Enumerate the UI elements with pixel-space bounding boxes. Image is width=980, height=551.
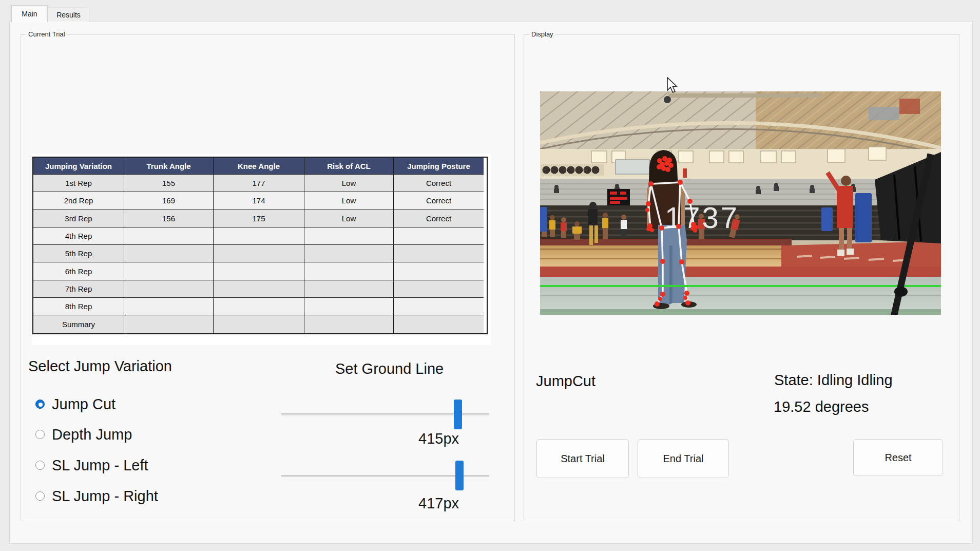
current-trial-group-label: Current Trial bbox=[26, 30, 67, 38]
table-cell bbox=[394, 315, 484, 333]
radio-option-jump-cut[interactable]: Jump Cut bbox=[35, 396, 116, 412]
table-cell bbox=[124, 262, 214, 280]
table-cell bbox=[124, 298, 214, 315]
table-cell: 8th Rep bbox=[33, 298, 124, 315]
video-frame: 1737 bbox=[540, 91, 941, 315]
radio-option-sl-jump-left[interactable]: SL Jump - Left bbox=[35, 458, 148, 473]
radio-label: Depth Jump bbox=[52, 426, 132, 443]
table-cell: 169 bbox=[124, 192, 214, 210]
table-cell bbox=[394, 227, 484, 245]
application-window: Main Results Current Trial Jumping Varia… bbox=[0, 0, 980, 551]
select-jump-variation-heading: Select Jump Variation bbox=[28, 358, 172, 375]
table-cell: 155 bbox=[124, 175, 214, 192]
radio-label: SL Jump - Right bbox=[52, 488, 158, 505]
table-cell: 6th Rep bbox=[33, 262, 124, 280]
table-cell: 5th Rep bbox=[33, 245, 124, 262]
table-cell: 174 bbox=[214, 192, 304, 210]
table-header-cell: Jumping Variation bbox=[33, 158, 124, 175]
radio-button-icon[interactable] bbox=[35, 400, 45, 409]
table-cell: Correct bbox=[394, 175, 484, 192]
table-cell: Summary bbox=[33, 315, 124, 333]
table-row: 1st Rep155177LowCorrect bbox=[33, 175, 487, 192]
table-cell bbox=[304, 245, 394, 262]
table-cell: Low bbox=[304, 192, 394, 210]
table-cell: 7th Rep bbox=[33, 280, 124, 298]
start-trial-button[interactable]: Start Trial bbox=[536, 439, 629, 478]
table-cell bbox=[394, 298, 484, 315]
set-ground-line-heading: Set Ground Line bbox=[335, 360, 444, 377]
table-cell bbox=[214, 280, 304, 298]
table-cell bbox=[394, 280, 484, 298]
state-label: State: Idling Idling bbox=[774, 372, 893, 389]
angle-label: 19.52 degrees bbox=[774, 398, 869, 415]
table-cell: 156 bbox=[124, 210, 214, 227]
table-header-row: Jumping VariationTrunk AngleKnee AngleRi… bbox=[33, 158, 487, 175]
table-row: 6th Rep bbox=[33, 262, 487, 280]
ground-line-slider-handle-1[interactable] bbox=[454, 400, 462, 429]
table-cell: 1st Rep bbox=[33, 175, 124, 192]
table-cell: Low bbox=[304, 210, 394, 227]
table-row: Summary bbox=[33, 315, 487, 333]
radio-button-icon[interactable] bbox=[35, 491, 45, 501]
table-cell bbox=[214, 245, 304, 262]
table-cell: 177 bbox=[214, 175, 304, 192]
table-header-cell: Risk of ACL bbox=[304, 158, 394, 175]
table-header-cell: Knee Angle bbox=[214, 158, 304, 175]
table-row: 8th Rep bbox=[33, 298, 487, 315]
table-cell bbox=[304, 262, 394, 280]
table-cell bbox=[124, 227, 214, 245]
table-cell bbox=[304, 298, 394, 315]
radio-option-depth-jump[interactable]: Depth Jump bbox=[35, 427, 132, 442]
frame-number-overlay: 1737 bbox=[665, 201, 739, 234]
table-cell bbox=[394, 262, 484, 280]
mouse-cursor-icon bbox=[666, 77, 680, 93]
display-group-label: Display bbox=[529, 30, 555, 38]
table-cell: 175 bbox=[214, 210, 304, 227]
table-cell: Correct bbox=[394, 210, 484, 227]
table-row: 5th Rep bbox=[33, 245, 487, 262]
table-header-cell: Trunk Angle bbox=[124, 158, 214, 175]
table-cell: 4th Rep bbox=[33, 227, 124, 245]
radio-label: SL Jump - Left bbox=[52, 457, 148, 474]
tab-results[interactable]: Results bbox=[48, 8, 89, 22]
table-cell bbox=[214, 315, 304, 333]
table-cell bbox=[304, 227, 394, 245]
ground-line-overlay bbox=[540, 285, 941, 287]
table-cell bbox=[214, 227, 304, 245]
table-cell bbox=[394, 245, 484, 262]
radio-button-icon[interactable] bbox=[35, 430, 45, 439]
table-cell bbox=[124, 315, 214, 333]
radio-option-sl-jump-right[interactable]: SL Jump - Right bbox=[35, 488, 158, 504]
ground-line-slider-handle-2[interactable] bbox=[455, 461, 464, 490]
table-cell bbox=[304, 315, 394, 333]
table-cell: 3rd Rep bbox=[33, 210, 124, 227]
trial-type-label: JumpCut bbox=[536, 373, 595, 390]
table-cell: 2nd Rep bbox=[33, 192, 124, 210]
ground-line-value-2: 417px bbox=[418, 495, 459, 512]
tab-main[interactable]: Main bbox=[11, 5, 48, 22]
table-row: 7th Rep bbox=[33, 280, 487, 298]
table-cell bbox=[214, 262, 304, 280]
table-row: 2nd Rep169174LowCorrect bbox=[33, 192, 487, 210]
gym-scene: 1737 bbox=[540, 91, 941, 315]
table-cell bbox=[304, 280, 394, 298]
end-trial-button[interactable]: End Trial bbox=[638, 439, 729, 478]
radio-label: Jump Cut bbox=[52, 396, 116, 413]
rep-results-table: Jumping VariationTrunk AngleKnee AngleRi… bbox=[32, 157, 488, 334]
table-cell: Correct bbox=[394, 192, 484, 210]
table-cell bbox=[124, 280, 214, 298]
reset-button[interactable]: Reset bbox=[853, 439, 943, 476]
radio-button-icon[interactable] bbox=[35, 461, 45, 470]
table-header-cell: Jumping Posture bbox=[394, 158, 484, 175]
table-cell bbox=[124, 245, 214, 262]
table-cell: Low bbox=[304, 175, 394, 192]
table-row: 4th Rep bbox=[33, 227, 487, 245]
table-cell bbox=[214, 298, 304, 315]
ground-line-value-1: 415px bbox=[418, 430, 459, 447]
table-row: 3rd Rep156175LowCorrect bbox=[33, 210, 487, 227]
